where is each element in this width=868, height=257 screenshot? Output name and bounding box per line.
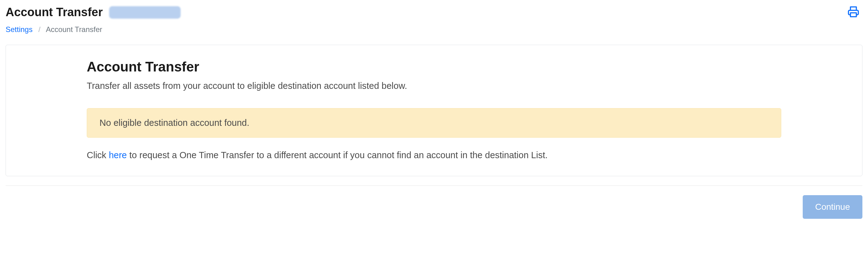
breadcrumb-parent-link[interactable]: Settings <box>6 25 33 34</box>
help-suffix: to request a One Time Transfer to a diff… <box>127 150 548 160</box>
page-header: Account Transfer <box>6 6 862 19</box>
redacted-badge <box>109 6 181 19</box>
help-text: Click here to request a One Time Transfe… <box>87 150 781 160</box>
svg-rect-0 <box>850 13 857 17</box>
page-title: Account Transfer <box>6 6 103 19</box>
alert-text: No eligible destination account found. <box>99 118 249 128</box>
divider <box>6 186 862 186</box>
account-transfer-card: Account Transfer Transfer all assets fro… <box>6 45 862 176</box>
print-icon[interactable] <box>847 6 859 19</box>
card-title: Account Transfer <box>87 59 781 74</box>
breadcrumb-current: Account Transfer <box>46 25 102 34</box>
breadcrumb: Settings / Account Transfer <box>6 25 862 34</box>
help-prefix: Click <box>87 150 109 160</box>
one-time-transfer-link[interactable]: here <box>109 150 127 160</box>
card-subtitle: Transfer all assets from your account to… <box>87 81 781 91</box>
no-destination-alert: No eligible destination account found. <box>87 108 781 138</box>
header-left: Account Transfer <box>6 6 181 19</box>
breadcrumb-separator: / <box>38 25 40 34</box>
continue-button[interactable]: Continue <box>803 195 862 219</box>
footer-actions: Continue <box>6 195 862 219</box>
